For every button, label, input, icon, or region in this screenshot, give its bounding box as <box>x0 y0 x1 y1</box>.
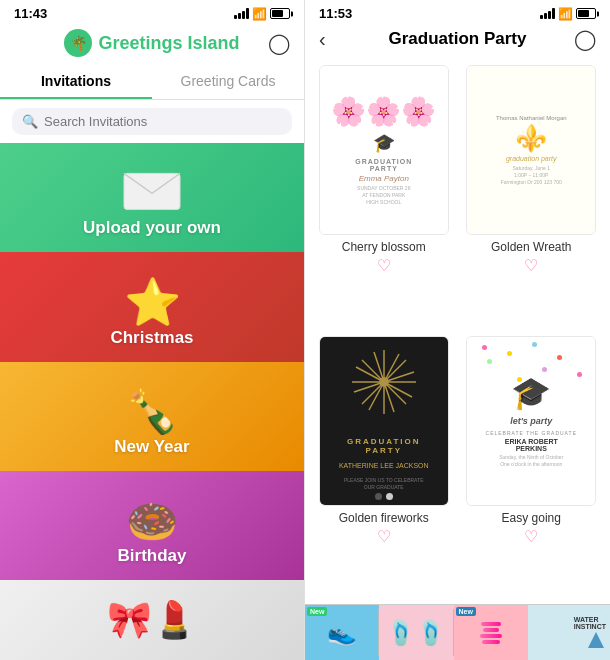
fw-label: Golden fireworks <box>339 511 429 525</box>
eg-heart[interactable]: ♡ <box>524 527 538 546</box>
fireworks-svg <box>334 342 434 432</box>
wreath-icon: ⚜️ <box>515 125 547 151</box>
logo-area: 🌴 Greetings Island <box>64 29 239 57</box>
card-cherry-blossom[interactable]: 🌸🌸🌸 🎓 GRADUATIONPARTY Emma Payton SUNDAY… <box>315 65 453 326</box>
cherry-label: Cherry blossom <box>342 240 426 254</box>
ad-flip-flops-icon: 🩴🩴 <box>386 619 446 647</box>
fw-title: GRADUATIONPARTY <box>347 437 421 455</box>
cherry-title: GRADUATIONPARTY <box>355 158 412 172</box>
search-input[interactable] <box>44 114 282 129</box>
card-thumb-golden-wreath: Thomas Nathaniel Morgan ⚜️ graduation pa… <box>466 65 596 235</box>
wreath-label: Golden Wreath <box>491 240 572 254</box>
ad-banner: New 👟 🩴🩴 New WATERINSTINCT <box>305 604 610 660</box>
tab-greeting-cards[interactable]: Greeting Cards <box>152 65 304 99</box>
eg-celebrate: CELEBRATE THE GRADUATE <box>486 430 577 436</box>
wreath-name: Thomas Nathaniel Morgan <box>496 115 567 121</box>
right-status-bar: 11:53 📶 <box>305 0 610 25</box>
card-golden-wreath[interactable]: Thomas Nathaniel Morgan ⚜️ graduation pa… <box>463 65 601 326</box>
ad-sandals-icon: 👟 <box>327 619 357 647</box>
logo-text: Greetings Island <box>98 33 239 54</box>
battery-icon <box>270 8 290 19</box>
cherry-hat: 🎓 <box>373 132 395 154</box>
logo-icon: 🌴 <box>64 29 92 57</box>
wreath-heart[interactable]: ♡ <box>524 256 538 275</box>
ad-item-2[interactable]: 🩴🩴 <box>379 605 453 660</box>
ad-waterinstinct[interactable]: WATERINSTINCT <box>528 605 610 660</box>
fw-name: KATHERINE LEE JACKSON <box>339 462 429 469</box>
wi-logo-icon <box>586 630 606 650</box>
right-panel: 11:53 📶 ‹ Graduation Party ◯ 🌸🌸🌸 <box>305 0 610 660</box>
pink-hair-icon <box>480 622 502 644</box>
page-title: Graduation Party <box>389 29 527 49</box>
wi-brand-text: WATERINSTINCT <box>574 616 606 630</box>
left-panel: 11:43 📶 🌴 Greetings Island ◯ <box>0 0 305 660</box>
tab-invitations[interactable]: Invitations <box>0 65 152 99</box>
card-golden-fireworks[interactable]: GRADUATIONPARTY KATHERINE LEE JACKSON PL… <box>315 336 453 597</box>
right-time: 11:53 <box>319 6 352 21</box>
wreath-details: Saturday, June 11:00P – 11:00PFarmington… <box>501 165 562 186</box>
left-header: 🌴 Greetings Island ◯ <box>0 25 304 65</box>
category-more[interactable]: 🎀💄 <box>0 580 304 660</box>
eg-hat: 🎓 <box>511 374 551 412</box>
cherry-name: Emma Payton <box>359 174 409 183</box>
card-thumb-golden-fireworks: GRADUATIONPARTY KATHERINE LEE JACKSON PL… <box>319 336 449 506</box>
category-newyear[interactable]: 🍾 New Year <box>0 362 304 471</box>
profile-icon-right[interactable]: ◯ <box>574 27 596 51</box>
profile-icon-left[interactable]: ◯ <box>268 31 290 55</box>
right-status-icons: 📶 <box>540 7 596 21</box>
cherry-heart[interactable]: ♡ <box>377 256 391 275</box>
right-header: ‹ Graduation Party ◯ <box>305 25 610 57</box>
eg-name: ERIKA ROBERTPERKINS <box>505 438 558 452</box>
christmas-image: ⭐ <box>124 279 181 325</box>
search-icon: 🔍 <box>22 114 38 129</box>
eg-details: Sunday, the Ninth of OctoberOne o'clock … <box>499 454 563 468</box>
ad-badge-3: New <box>456 607 476 616</box>
card-thumb-cherry-blossom: 🌸🌸🌸 🎓 GRADUATIONPARTY Emma Payton SUNDAY… <box>319 65 449 235</box>
right-signal-icon <box>540 8 555 19</box>
svg-text:🌴: 🌴 <box>70 35 88 52</box>
card-easy-going[interactable]: 🎓 let's party CELEBRATE THE GRADUATE ERI… <box>463 336 601 597</box>
ad-item-3[interactable]: New <box>454 605 528 660</box>
right-wifi-icon: 📶 <box>558 7 573 21</box>
svg-marker-12 <box>588 632 604 648</box>
back-button[interactable]: ‹ <box>319 28 326 51</box>
fw-heart[interactable]: ♡ <box>377 527 391 546</box>
category-birthday[interactable]: 🍩 Birthday <box>0 471 304 580</box>
more-image: 🎀💄 <box>107 602 197 638</box>
birthday-image: 🍩 <box>126 501 178 543</box>
newyear-image: 🍾 <box>126 391 178 433</box>
wreath-title: graduation party <box>506 155 557 162</box>
right-battery-icon <box>576 8 596 19</box>
ad-badge-1: New <box>307 607 327 616</box>
left-time: 11:43 <box>14 6 47 21</box>
cherry-details: SUNDAY OCTOBER 26AT FENDON PARKHIGH SCHO… <box>357 185 410 206</box>
svg-point-11 <box>380 378 388 386</box>
birthday-label: Birthday <box>0 546 304 566</box>
search-bar: 🔍 <box>12 108 292 135</box>
envelope-image <box>122 167 182 218</box>
ad-item-1[interactable]: New 👟 <box>305 605 379 660</box>
cards-grid: 🌸🌸🌸 🎓 GRADUATIONPARTY Emma Payton SUNDAY… <box>305 57 610 604</box>
category-list: Upload your own ⭐ Christmas 🍾 New Year 🍩… <box>0 143 304 660</box>
card-thumb-easy-going: 🎓 let's party CELEBRATE THE GRADUATE ERI… <box>466 336 596 506</box>
tabs: Invitations Greeting Cards <box>0 65 304 100</box>
left-status-bar: 11:43 📶 <box>0 0 304 25</box>
category-christmas[interactable]: ⭐ Christmas <box>0 252 304 361</box>
category-upload[interactable]: Upload your own <box>0 143 304 252</box>
signal-icon <box>234 8 249 19</box>
newyear-label: New Year <box>0 437 304 457</box>
fw-dots <box>375 493 393 500</box>
left-status-icons: 📶 <box>234 7 290 21</box>
upload-label: Upload your own <box>0 218 304 238</box>
fw-details: PLEASE JOIN US TO CELEBRATEOUR GRADUATE <box>344 477 423 491</box>
wifi-icon: 📶 <box>252 7 267 21</box>
cherry-flowers: 🌸🌸🌸 <box>331 95 436 128</box>
eg-label: Easy going <box>502 511 561 525</box>
christmas-label: Christmas <box>0 328 304 348</box>
eg-text: let's party <box>510 416 552 426</box>
